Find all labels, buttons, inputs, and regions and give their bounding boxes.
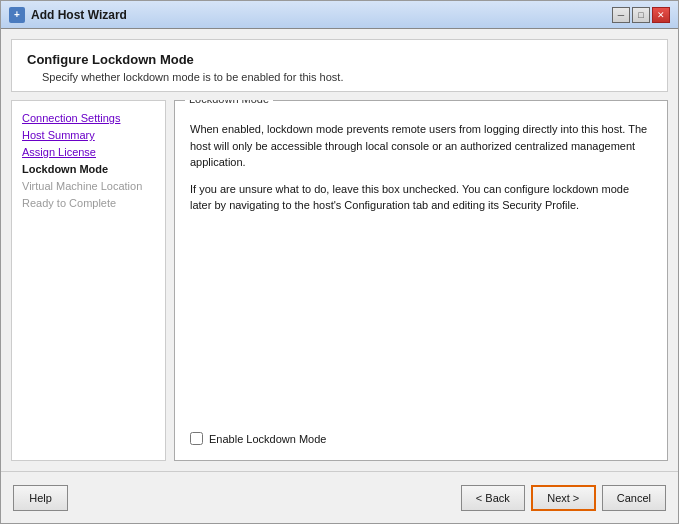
window-controls: ─ □ ✕ xyxy=(612,7,670,23)
help-button[interactable]: Help xyxy=(13,485,68,511)
sidebar-item-assign-license[interactable]: Assign License xyxy=(20,145,157,159)
footer-left: Help xyxy=(13,485,461,511)
footer-right: < Back Next > Cancel xyxy=(461,485,666,511)
sidebar: Connection Settings Host Summary Assign … xyxy=(11,100,166,461)
lockdown-content: When enabled, lockdown mode prevents rem… xyxy=(175,101,667,460)
sidebar-item-host-summary[interactable]: Host Summary xyxy=(20,128,157,142)
window-title: Add Host Wizard xyxy=(31,8,612,22)
lockdown-description: When enabled, lockdown mode prevents rem… xyxy=(190,121,652,224)
back-button[interactable]: < Back xyxy=(461,485,525,511)
maximize-button[interactable]: □ xyxy=(632,7,650,23)
page-subtitle: Specify whether lockdown mode is to be e… xyxy=(42,71,652,83)
lockdown-para1: When enabled, lockdown mode prevents rem… xyxy=(190,121,652,171)
page-title: Configure Lockdown Mode xyxy=(27,52,652,67)
window-icon: + xyxy=(9,7,25,23)
footer-area: Help < Back Next > Cancel xyxy=(1,471,678,523)
close-button[interactable]: ✕ xyxy=(652,7,670,23)
header-section: Configure Lockdown Mode Specify whether … xyxy=(11,39,668,92)
right-panel: Lockdown Mode When enabled, lockdown mod… xyxy=(174,100,668,461)
add-host-wizard-window: + Add Host Wizard ─ □ ✕ Configure Lockdo… xyxy=(0,0,679,524)
lockdown-para2: If you are unsure what to do, leave this… xyxy=(190,181,652,214)
minimize-button[interactable]: ─ xyxy=(612,7,630,23)
enable-lockdown-label: Enable Lockdown Mode xyxy=(209,433,326,445)
title-bar: + Add Host Wizard ─ □ ✕ xyxy=(1,1,678,29)
enable-lockdown-checkbox[interactable] xyxy=(190,432,203,445)
main-content: Connection Settings Host Summary Assign … xyxy=(11,100,668,461)
lockdown-mode-box: Lockdown Mode When enabled, lockdown mod… xyxy=(174,100,668,461)
lockdown-legend: Lockdown Mode xyxy=(185,100,273,105)
enable-lockdown-row: Enable Lockdown Mode xyxy=(190,422,652,445)
content-area: Configure Lockdown Mode Specify whether … xyxy=(1,29,678,471)
sidebar-item-vm-location: Virtual Machine Location xyxy=(20,179,157,193)
next-button[interactable]: Next > xyxy=(531,485,596,511)
cancel-button[interactable]: Cancel xyxy=(602,485,666,511)
sidebar-item-connection-settings[interactable]: Connection Settings xyxy=(20,111,157,125)
sidebar-item-lockdown-mode: Lockdown Mode xyxy=(20,162,157,176)
sidebar-item-ready-to-complete: Ready to Complete xyxy=(20,196,157,210)
